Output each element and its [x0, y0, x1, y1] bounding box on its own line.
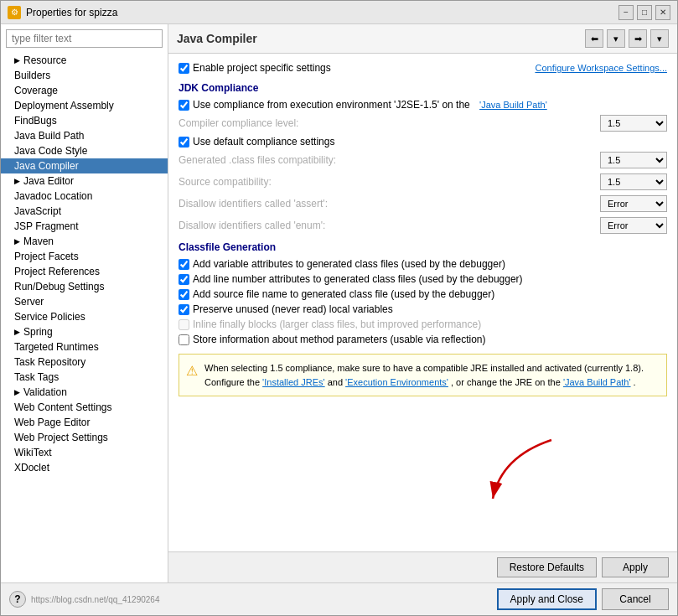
sidebar-item-label: Coverage: [14, 85, 58, 96]
compliance-level-select[interactable]: 1.5: [600, 115, 667, 132]
sidebar-item-java-build-path[interactable]: Java Build Path: [1, 128, 168, 143]
sidebar-item-project-references[interactable]: Project References: [1, 264, 168, 279]
back-button[interactable]: ⬅: [585, 29, 603, 48]
sidebar-item-validation[interactable]: ▶ Validation: [1, 385, 168, 400]
inline-label: Inline finally blocks (larger class file…: [193, 318, 481, 330]
execution-environments-link[interactable]: 'Execution Environments': [345, 377, 448, 387]
preserve-checkbox[interactable]: [179, 304, 189, 315]
space-text: [474, 99, 476, 111]
title-bar-controls: − □ ✕: [618, 5, 670, 20]
sidebar-item-jsp-fragment[interactable]: JSP Fragment: [1, 219, 168, 234]
panel-nav-icons: ⬅ ▾ ➡ ▾: [585, 29, 669, 48]
sidebar-item-server[interactable]: Server: [1, 294, 168, 309]
add-line-checkbox[interactable]: [179, 274, 189, 285]
sidebar-item-java-code-style[interactable]: Java Code Style: [1, 143, 168, 158]
sidebar-item-resource[interactable]: ▶ Resource: [1, 53, 168, 68]
installed-jres-link[interactable]: 'Installed JREs': [262, 377, 325, 387]
sidebar-item-label: Resource: [23, 54, 66, 66]
sidebar-item-service-policies[interactable]: Service Policies: [1, 309, 168, 324]
sidebar-item-java-editor[interactable]: ▶ Java Editor: [1, 173, 168, 189]
sidebar-item-coverage[interactable]: Coverage: [1, 83, 168, 98]
use-compliance-row: Use compliance from execution environmen…: [179, 99, 667, 111]
sidebar-item-web-project-settings[interactable]: Web Project Settings: [1, 430, 168, 445]
enum-select[interactable]: Error: [600, 217, 667, 234]
add-variable-checkbox[interactable]: [179, 259, 189, 270]
java-build-path-link[interactable]: 'Java Build Path': [479, 100, 547, 110]
store-row: Store information about method parameter…: [179, 334, 667, 345]
sidebar-item-targeted-runtimes[interactable]: Targeted Runtimes: [1, 339, 168, 355]
expand-arrow-icon: ▶: [14, 177, 20, 185]
cancel-button[interactable]: Cancel: [602, 588, 669, 610]
sidebar-item-label: Web Content Settings: [14, 401, 112, 413]
expand-arrow-icon: ▶: [14, 328, 20, 336]
sidebar-item-project-facets[interactable]: Project Facets: [1, 249, 168, 264]
sidebar-item-java-compiler[interactable]: Java Compiler: [1, 158, 168, 173]
footer-left: ? https://blog.csdn.net/qq_41290264: [9, 591, 159, 608]
sidebar-item-run-debug-settings[interactable]: Run/Debug Settings: [1, 279, 168, 294]
source-select[interactable]: 1.5: [600, 173, 667, 190]
sidebar-item-javascript[interactable]: JavaScript: [1, 204, 168, 219]
sidebar-item-task-tags[interactable]: Task Tags: [1, 370, 168, 385]
add-variable-row: Add variable attributes to generated cla…: [179, 258, 667, 270]
sidebar-item-label: Java Editor: [23, 175, 74, 187]
source-label: Source compatibility:: [179, 176, 600, 188]
inline-checkbox[interactable]: [179, 319, 189, 330]
add-source-checkbox[interactable]: [179, 289, 189, 300]
sidebar-item-javadoc-location[interactable]: Javadoc Location: [1, 189, 168, 204]
enable-left: Enable project specific settings: [179, 62, 331, 74]
forward-dropdown-button[interactable]: ▾: [650, 29, 669, 48]
expand-arrow-icon: ▶: [14, 388, 20, 396]
generated-select[interactable]: 1.5: [600, 152, 667, 168]
store-checkbox[interactable]: [179, 334, 189, 345]
sidebar-item-task-repository[interactable]: Task Repository: [1, 355, 168, 370]
help-button[interactable]: ?: [9, 591, 26, 608]
close-button[interactable]: ✕: [655, 5, 670, 20]
sidebar-item-spring[interactable]: ▶ Spring: [1, 324, 168, 339]
assert-select[interactable]: Error: [600, 195, 667, 212]
enable-specific-checkbox[interactable]: [179, 63, 189, 74]
compliance-level-label: Compiler compliance level:: [179, 117, 600, 129]
java-build-path-warning-link[interactable]: 'Java Build Path': [563, 377, 631, 387]
sidebar-item-label: Java Code Style: [14, 145, 87, 157]
bottom-bar: Restore Defaults Apply: [168, 551, 677, 582]
maximize-button[interactable]: □: [637, 5, 652, 20]
title-bar: ⚙ Properties for spizza − □ ✕: [1, 1, 677, 24]
sidebar-item-xdoclet[interactable]: XDoclet: [1, 460, 168, 475]
sidebar-item-builders[interactable]: Builders: [1, 68, 168, 83]
sidebar-item-label: Maven: [23, 236, 54, 247]
apply-button[interactable]: Apply: [602, 557, 669, 577]
jdk-compliance-section: JDK Compliance: [179, 82, 667, 94]
compliance-level-row: Compiler compliance level: 1.5: [179, 114, 667, 132]
minimize-button[interactable]: −: [618, 5, 634, 20]
sidebar-item-label: Targeted Runtimes: [14, 341, 99, 353]
sidebar-item-label: Java Compiler: [14, 160, 79, 172]
sidebar-item-maven[interactable]: ▶ Maven: [1, 234, 168, 249]
sidebar-item-label: Task Tags: [14, 371, 59, 383]
enum-label: Disallow identifiers called 'enum':: [179, 220, 600, 231]
sidebar-item-label: Deployment Assembly: [14, 100, 114, 111]
sidebar-item-label: Server: [14, 296, 44, 308]
add-source-row: Add source file name to generated class …: [179, 288, 667, 300]
sidebar-item-label: XDoclet: [14, 462, 49, 474]
preserve-label: Preserve unused (never read) local varia…: [193, 303, 393, 315]
sidebar-item-findbugs[interactable]: FindBugs: [1, 113, 168, 128]
sidebar-item-label: JSP Fragment: [14, 220, 78, 232]
dialog-title: Properties for spizza: [26, 7, 117, 18]
sidebar-item-label: Task Repository: [14, 356, 85, 368]
forward-button[interactable]: ➡: [629, 29, 647, 48]
use-compliance-checkbox[interactable]: [179, 100, 189, 111]
dialog-icon: ⚙: [8, 6, 21, 19]
restore-defaults-button[interactable]: Restore Defaults: [497, 557, 597, 577]
configure-workspace-link[interactable]: Configure Workspace Settings...: [535, 63, 667, 73]
sidebar-item-web-content-settings[interactable]: Web Content Settings: [1, 400, 168, 415]
main-dialog: ⚙ Properties for spizza − □ ✕ ▶ Resource…: [0, 0, 678, 616]
sidebar-item-label: Project References: [14, 266, 100, 277]
use-default-checkbox[interactable]: [179, 137, 189, 148]
filter-input[interactable]: [6, 29, 163, 48]
sidebar-item-wikitext[interactable]: WikiText: [1, 445, 168, 460]
back-dropdown-button[interactable]: ▾: [607, 29, 625, 48]
sidebar-item-deployment-assembly[interactable]: Deployment Assembly: [1, 98, 168, 113]
sidebar-item-web-page-editor[interactable]: Web Page Editor: [1, 415, 168, 430]
sidebar-item-label: Project Facets: [14, 251, 79, 262]
apply-and-close-button[interactable]: Apply and Close: [497, 588, 597, 610]
